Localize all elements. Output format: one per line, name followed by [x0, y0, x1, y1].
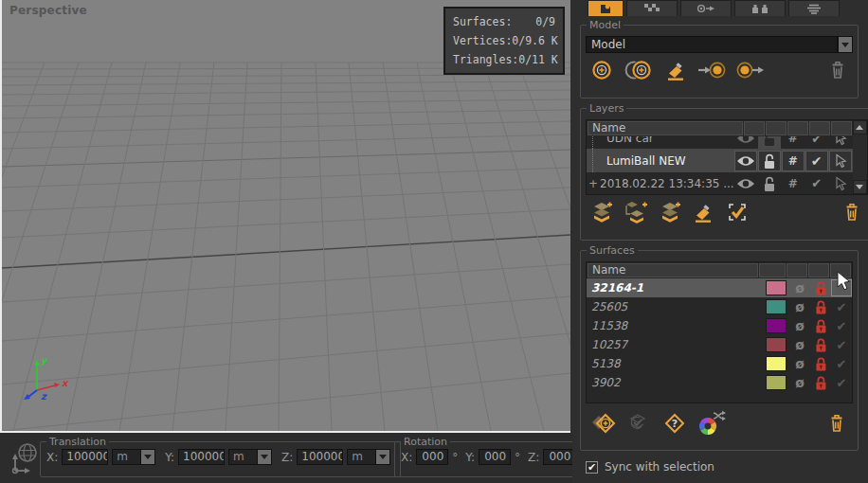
lock-icon[interactable]	[810, 279, 831, 296]
add-surface-button[interactable]	[589, 410, 618, 437]
surface-row[interactable]: 5138 ø ✔	[587, 354, 852, 373]
tab-scene[interactable]	[588, 0, 624, 16]
translate-x-input[interactable]: 100000	[62, 449, 108, 465]
tab-stack[interactable]	[788, 0, 840, 16]
rotate-y-input[interactable]: 000	[479, 449, 511, 465]
tab-constraints[interactable]	[734, 0, 786, 16]
pick-icon[interactable]	[829, 136, 852, 149]
hidden-icon[interactable]: ø	[789, 376, 810, 389]
surface-check-button-disabled[interactable]	[626, 411, 653, 436]
surface-row[interactable]: 11538 ø ✔	[587, 316, 852, 335]
hidden-icon[interactable]: ø	[789, 281, 810, 295]
layers-scrollbar[interactable]	[853, 120, 867, 194]
check-icon[interactable]: ✔	[831, 358, 852, 370]
scroll-down-icon[interactable]	[853, 180, 867, 194]
randomize-colors-button[interactable]	[696, 410, 727, 437]
sync-with-selection-option[interactable]: ✔ Sync with selection	[586, 460, 714, 474]
layer-row[interactable]: + 2018.02.22 13:34:35 ... # ✔	[587, 172, 853, 194]
surface-color-swatch[interactable]	[766, 337, 787, 352]
check-icon[interactable]: ✔	[805, 151, 828, 171]
model-select[interactable]: Model	[586, 36, 853, 53]
layer-row[interactable]: UDN car # ✔	[587, 136, 853, 149]
tab-materials[interactable]	[626, 0, 678, 16]
layers-column-header[interactable]	[744, 121, 765, 135]
layer-check-selection-button[interactable]	[724, 199, 750, 225]
surfaces-column-header[interactable]	[759, 263, 786, 277]
tab-animation[interactable]	[680, 0, 732, 16]
lock-icon[interactable]	[810, 355, 831, 372]
rename-layer-button[interactable]	[691, 200, 715, 224]
export-from-model-button[interactable]	[735, 58, 766, 82]
layers-column-header[interactable]	[766, 121, 787, 135]
rotate-z-input[interactable]: 000	[543, 449, 575, 465]
surface-color-swatch[interactable]	[766, 375, 787, 390]
lock-icon[interactable]	[810, 336, 831, 353]
hash-icon[interactable]: #	[782, 136, 805, 149]
visibility-icon[interactable]	[734, 136, 757, 149]
duplicate-layer-button[interactable]	[658, 200, 682, 224]
delete-layer-button[interactable]	[841, 201, 864, 224]
layers-column-header[interactable]	[787, 121, 808, 135]
delete-model-button[interactable]	[826, 59, 849, 81]
check-icon[interactable]: ✔	[805, 136, 828, 149]
visibility-icon[interactable]	[734, 173, 757, 193]
translate-y-unit-select[interactable]: m	[228, 449, 272, 465]
lock-open-icon[interactable]	[758, 151, 781, 171]
delete-surface-button[interactable]	[825, 412, 849, 436]
surface-row[interactable]: 3902 ø ✔	[587, 373, 852, 392]
check-icon[interactable]: ✔	[805, 173, 828, 193]
pick-icon[interactable]	[829, 151, 852, 171]
expand-icon[interactable]: +	[588, 177, 596, 190]
check-icon[interactable]: ✔	[831, 339, 852, 351]
translate-y-input[interactable]: 100000	[178, 449, 225, 465]
pick-icon[interactable]	[829, 173, 852, 193]
layers-column-header[interactable]	[831, 121, 852, 135]
lock-icon[interactable]	[810, 298, 831, 315]
scroll-up-icon[interactable]	[853, 120, 867, 134]
add-model-button[interactable]	[589, 58, 614, 82]
lock-open-icon[interactable]	[758, 173, 781, 193]
translate-z-unit-select[interactable]: m	[347, 449, 390, 465]
visibility-icon[interactable]	[734, 151, 757, 171]
add-child-layer-button[interactable]	[623, 200, 649, 224]
layers-column-header[interactable]	[809, 121, 830, 135]
hidden-icon[interactable]: ø	[789, 338, 810, 351]
lock-icon[interactable]	[810, 374, 831, 391]
hash-icon[interactable]: #	[782, 173, 805, 193]
rename-model-button[interactable]	[663, 58, 688, 82]
translate-x-unit-select[interactable]: m	[112, 449, 155, 465]
layers-table-header[interactable]: Name	[587, 120, 853, 136]
hash-icon[interactable]: #	[782, 151, 805, 171]
surfaces-column-header[interactable]	[808, 263, 829, 277]
chevron-down-icon[interactable]	[838, 36, 853, 53]
chevron-down-icon[interactable]	[257, 449, 272, 465]
chevron-down-icon[interactable]	[140, 449, 155, 465]
hidden-icon[interactable]: ø	[789, 300, 810, 313]
translate-z-input[interactable]: 100000	[297, 449, 343, 465]
lock-icon[interactable]	[810, 317, 831, 334]
lock-icon[interactable]	[758, 136, 781, 149]
hidden-icon[interactable]: ø	[789, 357, 810, 370]
surface-row[interactable]: 10257 ø ✔	[587, 335, 852, 354]
surface-color-swatch[interactable]	[766, 299, 787, 314]
surfaces-table-header[interactable]: Name	[587, 262, 852, 278]
surface-color-swatch[interactable]	[766, 318, 787, 333]
surfaces-column-header[interactable]	[787, 263, 807, 277]
viewport-3d[interactable]: Perspective Surfaces:0/9 Vertices:0/9.6 …	[0, 0, 570, 433]
import-to-model-button[interactable]	[696, 58, 727, 82]
add-layer-button[interactable]	[589, 200, 614, 224]
query-surface-button[interactable]: ?	[661, 410, 688, 437]
surface-color-swatch[interactable]	[766, 280, 787, 295]
surface-row[interactable]: 25605 ø ✔	[587, 297, 852, 316]
surface-row-selected[interactable]: 32164-1 ø ✔	[587, 278, 852, 297]
layer-row-selected[interactable]: LumiBall NEW # ✔	[587, 149, 853, 172]
surface-color-swatch[interactable]	[766, 356, 787, 371]
rotate-x-input[interactable]: 000	[416, 449, 448, 465]
check-icon[interactable]: ✔	[831, 301, 852, 313]
hidden-icon[interactable]: ø	[789, 319, 810, 332]
check-icon[interactable]: ✔	[831, 377, 852, 389]
duplicate-model-button[interactable]	[623, 58, 655, 82]
chevron-down-icon[interactable]	[375, 449, 390, 465]
sync-checkbox[interactable]: ✔	[586, 461, 598, 474]
check-icon[interactable]: ✔	[831, 320, 852, 332]
